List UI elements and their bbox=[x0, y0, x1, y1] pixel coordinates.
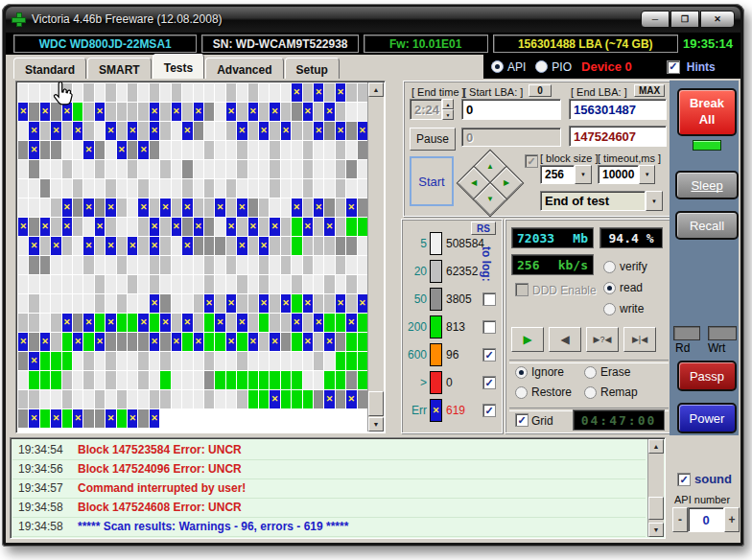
pause-button[interactable]: Pause bbox=[410, 128, 456, 151]
grid-scroll-up-icon[interactable]: ▲ bbox=[368, 82, 384, 97]
legend-log-checkbox[interactable] bbox=[482, 292, 496, 306]
scan-block bbox=[95, 237, 105, 255]
tab-standard[interactable]: Standard bbox=[13, 58, 86, 79]
grid-scrollbar-thumb[interactable] bbox=[368, 391, 384, 416]
scan-block bbox=[106, 160, 115, 178]
mode-option-read[interactable]: read bbox=[603, 277, 670, 298]
api-radio[interactable] bbox=[491, 60, 504, 73]
end-action-select[interactable]: End of test ▼ bbox=[540, 191, 663, 211]
log-message: Command interrupted by user! bbox=[78, 481, 246, 495]
scan-block bbox=[358, 390, 367, 408]
tab-smart[interactable]: SMART bbox=[87, 58, 152, 79]
scan-block bbox=[40, 390, 50, 408]
scan-block bbox=[259, 179, 269, 198]
legend-log-checkbox[interactable]: ✓ bbox=[482, 376, 496, 389]
end-lba-input[interactable]: 156301487 bbox=[569, 99, 667, 120]
scan-block bbox=[18, 83, 28, 102]
scan-block bbox=[292, 122, 301, 140]
scan-block: ✕ bbox=[248, 103, 258, 121]
scan-block bbox=[172, 352, 181, 370]
start-button[interactable]: Start bbox=[410, 156, 454, 206]
api-number-plus-button[interactable]: + bbox=[724, 507, 740, 532]
nav-loop-checkbox[interactable]: ✓ bbox=[525, 154, 538, 168]
action-option-remap[interactable]: Remap bbox=[584, 385, 665, 399]
scan-block bbox=[226, 237, 236, 255]
scan-back-button[interactable]: ◀ bbox=[549, 327, 581, 352]
erase-radio[interactable] bbox=[584, 366, 597, 379]
maximize-button[interactable]: ❐ bbox=[670, 11, 699, 28]
close-button[interactable]: ✕ bbox=[700, 11, 735, 28]
grid-scrollbar[interactable]: ▲ ▼ bbox=[367, 82, 384, 432]
scan-block bbox=[303, 83, 313, 102]
scan-block: ✕ bbox=[83, 314, 93, 332]
legend-log-checkbox[interactable]: ✓ bbox=[482, 404, 496, 417]
scan-block bbox=[106, 390, 115, 408]
legend-log-checkbox[interactable] bbox=[482, 320, 496, 334]
scan-block bbox=[83, 179, 93, 198]
log-scroll-down-icon[interactable]: ▼ bbox=[648, 523, 664, 537]
recall-button[interactable]: Recall bbox=[675, 211, 739, 240]
hints-checkbox[interactable]: ✓ bbox=[667, 60, 680, 74]
scan-block: ✕ bbox=[194, 218, 203, 236]
end-action-dropdown-icon[interactable]: ▼ bbox=[646, 191, 663, 211]
ignore-radio[interactable] bbox=[515, 366, 528, 379]
timeout-dropdown-icon[interactable]: ▼ bbox=[639, 165, 655, 184]
scan-block bbox=[281, 352, 291, 370]
scan-block bbox=[150, 141, 159, 159]
remap-radio[interactable] bbox=[584, 386, 597, 399]
sleep-button[interactable]: Sleep bbox=[675, 171, 739, 199]
write-radio[interactable] bbox=[603, 303, 616, 315]
power-button[interactable]: Power bbox=[677, 403, 737, 433]
current-lba-display: 147524607 bbox=[569, 126, 667, 147]
scan-block: ✕ bbox=[292, 83, 301, 102]
scan-block bbox=[259, 275, 269, 293]
action-option-erase[interactable]: Erase bbox=[584, 365, 665, 379]
mode-option-write[interactable]: write bbox=[603, 298, 670, 319]
read-radio[interactable] bbox=[603, 282, 616, 294]
scan-forward-button[interactable]: ▶ bbox=[511, 327, 544, 352]
scan-block bbox=[128, 218, 137, 236]
start-lba-input[interactable]: 0 bbox=[461, 99, 561, 120]
spin-up-icon[interactable]: ▲ bbox=[442, 99, 454, 109]
scan-end-button[interactable]: ▶|◀ bbox=[623, 327, 656, 352]
scan-block: ✕ bbox=[106, 198, 115, 217]
scan-block: ✕ bbox=[150, 409, 159, 428]
spin-down-icon[interactable]: ▼ bbox=[442, 109, 454, 120]
scan-block bbox=[324, 122, 334, 140]
tab-tests[interactable]: Tests bbox=[153, 54, 204, 79]
legend-count: 0 bbox=[446, 376, 453, 389]
grid-scroll-down-icon[interactable]: ▼ bbox=[368, 417, 384, 432]
restore-radio[interactable] bbox=[515, 386, 528, 399]
api-number-minus-button[interactable]: - bbox=[672, 507, 688, 532]
action-option-restore[interactable]: Restore bbox=[515, 385, 584, 399]
block-size-dropdown-icon[interactable]: ▼ bbox=[575, 165, 592, 184]
block-size-select[interactable]: 256 ▼ bbox=[540, 165, 592, 184]
grid-checkbox[interactable]: ✓ bbox=[515, 413, 529, 427]
max-lba-button[interactable]: MAX bbox=[634, 84, 665, 97]
scan-seek-test-button[interactable]: ▶?◀ bbox=[586, 327, 619, 352]
verify-radio[interactable] bbox=[603, 261, 616, 273]
mode-option-verify[interactable]: verify bbox=[603, 256, 670, 277]
pio-radio[interactable] bbox=[535, 60, 548, 73]
log-scrollbar-thumb[interactable] bbox=[648, 497, 664, 520]
scan-block: ✕ bbox=[18, 103, 28, 121]
scan-grid: ✕✕✕✕✕✕✕✕✕✕✕✕✕✕✕✕✕✕✕✕✕✕✕✕✕✕✕✕✕✕✕✕✕✕✕✕✕✕✕✕… bbox=[18, 83, 367, 431]
scan-block bbox=[194, 256, 203, 274]
break-all-button[interactable]: BreakAll bbox=[677, 88, 737, 136]
log-scrollbar[interactable]: ▲ ▼ bbox=[647, 439, 664, 537]
api-number-value[interactable]: 0 bbox=[688, 507, 724, 532]
sound-checkbox[interactable]: ✓ bbox=[677, 473, 691, 486]
minimize-button[interactable]: ─ bbox=[641, 11, 670, 28]
scan-block bbox=[292, 179, 301, 198]
log-scroll-up-icon[interactable]: ▲ bbox=[648, 439, 664, 454]
scan-block bbox=[346, 141, 356, 159]
tab-advanced[interactable]: Advanced bbox=[205, 58, 283, 79]
end-time-spinner[interactable]: ▲ ▼ bbox=[442, 99, 454, 120]
timeout-select[interactable]: 10000 ▼ bbox=[598, 165, 655, 184]
passp-button[interactable]: Passp bbox=[677, 361, 737, 391]
zero-lba-button[interactable]: 0 bbox=[529, 84, 552, 97]
title-bar[interactable]: Victoria 4.46b Freeware (12.08.2008) ─ ❐… bbox=[6, 7, 740, 32]
legend-log-checkbox[interactable]: ✓ bbox=[482, 348, 496, 362]
tab-setup[interactable]: Setup bbox=[285, 58, 340, 79]
action-option-ignore[interactable]: Ignore bbox=[515, 365, 584, 379]
